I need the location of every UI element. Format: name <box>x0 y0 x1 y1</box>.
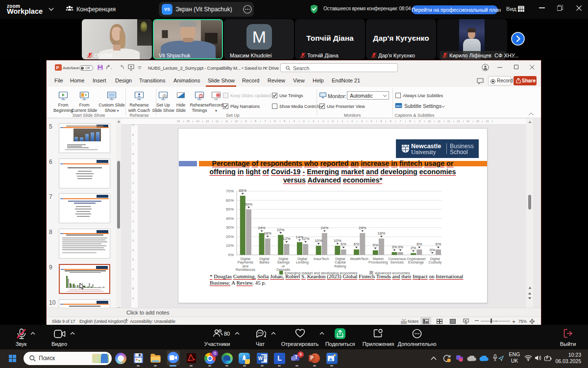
svg-text:0%: 0% <box>228 253 234 257</box>
svg-text:Raising: Raising <box>334 264 346 268</box>
svg-text:Services: Services <box>391 260 404 264</box>
svg-text:Remittances: Remittances <box>236 267 255 272</box>
svg-text:50%: 50% <box>226 207 234 211</box>
svg-text:65%: 65% <box>239 188 246 193</box>
svg-text:24%: 24% <box>258 226 266 230</box>
svg-text:24%: 24% <box>320 226 328 230</box>
svg-text:0%: 0% <box>430 248 435 252</box>
svg-text:50%: 50% <box>245 202 253 207</box>
svg-text:40%: 40% <box>226 216 234 221</box>
svg-text:18%: 18% <box>378 231 386 236</box>
svg-text:10%: 10% <box>226 243 234 248</box>
svg-text:6%: 6% <box>436 242 441 246</box>
svg-text:Exchange: Exchange <box>408 260 424 264</box>
svg-text:6%: 6% <box>416 242 422 246</box>
svg-text:10%: 10% <box>315 238 322 243</box>
svg-text:18%: 18% <box>264 231 271 236</box>
svg-text:InsurTech: InsurTech <box>314 257 329 261</box>
svg-text:6%: 6% <box>341 242 346 246</box>
svg-text:70%: 70% <box>226 189 234 193</box>
svg-text:3%: 3% <box>392 245 397 249</box>
svg-text:Lending: Lending <box>296 260 309 264</box>
svg-text:Custody: Custody <box>429 260 442 264</box>
svg-text:5%: 5% <box>373 243 378 247</box>
svg-text:30%: 30% <box>226 225 234 230</box>
svg-text:Banks: Banks <box>260 260 270 264</box>
svg-text:12%: 12% <box>283 237 291 241</box>
svg-text:10%: 10% <box>334 238 342 243</box>
svg-text:2%: 2% <box>411 246 416 250</box>
svg-text:3%: 3% <box>397 245 403 249</box>
svg-text:12%: 12% <box>302 237 310 241</box>
svg-text:6%: 6% <box>354 242 359 246</box>
svg-text:22%: 22% <box>277 228 285 232</box>
svg-text:Provisioning: Provisioning <box>368 260 388 264</box>
svg-text:20%: 20% <box>226 235 234 239</box>
svg-text:60%: 60% <box>226 198 234 203</box>
svg-text:WealthTech: WealthTech <box>350 257 368 261</box>
svg-text:24%: 24% <box>359 226 367 230</box>
